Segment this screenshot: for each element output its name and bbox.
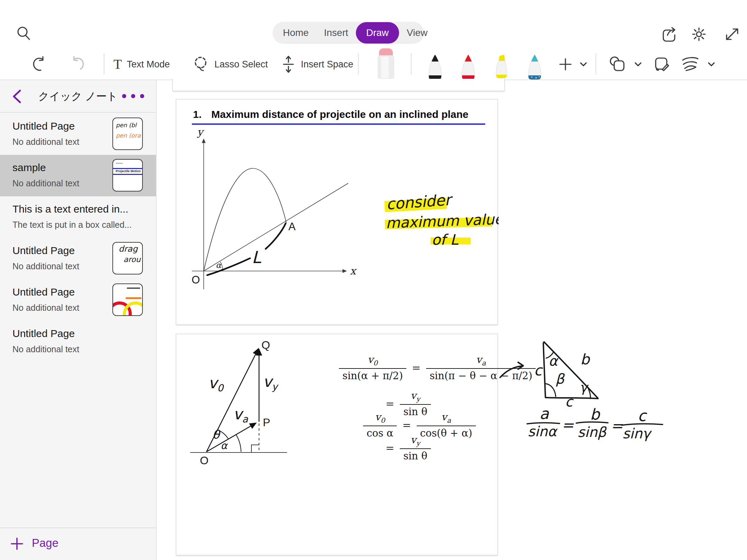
- search-icon[interactable]: [15, 25, 33, 42]
- origin-label: O: [192, 274, 200, 286]
- side-bottom: c: [565, 394, 574, 410]
- sine-rule-sinb: sinβ: [578, 424, 607, 440]
- page-thumbnail: pen (bl pen (ora: [112, 118, 143, 150]
- page-list-item[interactable]: This is a text entered in... The text is…: [0, 196, 156, 238]
- sine-rule-sina: sinα: [528, 423, 558, 439]
- page-list-item[interactable]: Untitled Page No additional text pen (bl…: [0, 113, 156, 155]
- origin-label: O: [200, 454, 209, 467]
- alpha-label: α: [216, 261, 222, 270]
- chevron-down-icon: [580, 62, 587, 67]
- lasso-select-button[interactable]: Lasso Select: [192, 48, 268, 80]
- lasso-icon: [192, 55, 210, 74]
- svg-text:=: =: [562, 417, 574, 433]
- annotation-line1: consider: [386, 191, 454, 213]
- point-a-label: A: [288, 221, 296, 233]
- sine-rule-c: c: [638, 407, 647, 424]
- v0-label: v0: [208, 374, 224, 394]
- pen-black[interactable]: [425, 54, 445, 80]
- heading-number: 1.: [193, 109, 202, 120]
- page-thumbnail: drag arou: [112, 242, 143, 274]
- page-list-sidebar: クイック ノート Untitled Page No additional tex…: [0, 80, 157, 560]
- va-label: va: [233, 405, 248, 425]
- x-axis-label: x: [350, 265, 357, 277]
- pen-red[interactable]: [458, 54, 479, 80]
- toolbar-divider: [104, 53, 104, 75]
- note-canvas[interactable]: 1. Maximum distance of projectile on an …: [157, 80, 747, 560]
- svg-text:=: =: [611, 417, 623, 434]
- topbar: Home Insert Draw View: [0, 0, 747, 48]
- tab-draw[interactable]: Draw: [356, 22, 399, 44]
- theta-label: θ: [212, 428, 221, 441]
- more-options-icon[interactable]: [121, 93, 146, 100]
- insert-space-icon: [281, 55, 296, 74]
- point-p-label: P: [263, 416, 270, 429]
- toolbar-divider: [358, 53, 359, 75]
- add-pen-button[interactable]: [558, 48, 587, 80]
- equation-1: v0sin(α + π/2) = vasin(π − θ − α − π/2): [339, 354, 536, 382]
- sine-rule-b: b: [590, 405, 600, 423]
- settings-gear-icon[interactable]: [690, 26, 708, 43]
- projectile-graph: y x O A α L consider maximum value of L: [176, 100, 499, 326]
- equation-4: = vysin θ: [386, 434, 431, 462]
- sidebar-header: クイック ノート: [0, 80, 156, 113]
- tab-insert[interactable]: Insert: [316, 22, 356, 44]
- annotation-line2: maximum value: [386, 211, 499, 232]
- onenote-app: Home Insert Draw View: [0, 0, 747, 560]
- alpha-label: α: [221, 440, 228, 451]
- content-box-partial[interactable]: [172, 79, 505, 91]
- point-q-label: Q: [261, 339, 270, 351]
- content-box-vectors[interactable]: Q P O v0 vy va θ α v0sin(α + π/2) = vasi…: [176, 334, 498, 556]
- scribble-icon: [680, 55, 701, 73]
- tab-home[interactable]: Home: [275, 22, 316, 44]
- pen-galaxy-teal[interactable]: [524, 54, 545, 80]
- sine-rule-a: a: [540, 405, 549, 422]
- fraction-bar: [576, 422, 608, 423]
- shapes-icon: [608, 55, 627, 73]
- share-icon[interactable]: [660, 26, 677, 43]
- heading-text: Maximum distance of projectile on an inc…: [211, 109, 468, 120]
- vy-label: vy: [263, 373, 279, 392]
- insert-space-button[interactable]: Insert Space: [281, 48, 353, 80]
- undo-button[interactable]: [30, 48, 48, 80]
- add-page-button[interactable]: Page: [0, 528, 156, 560]
- distance-l-label: L: [252, 248, 261, 267]
- toolbar-divider: [596, 53, 596, 75]
- chevron-down-icon: [708, 62, 715, 67]
- section-heading: 1. Maximum distance of projectile on an …: [193, 109, 469, 120]
- page-list: Untitled Page No additional text pen (bl…: [0, 113, 156, 362]
- page-thumbnail: [112, 283, 143, 316]
- side-b: b: [580, 351, 590, 368]
- expand-fullscreen-icon[interactable]: [723, 26, 741, 43]
- text-mode-button[interactable]: T Text Mode: [113, 48, 170, 80]
- tab-view[interactable]: View: [399, 22, 435, 44]
- page-list-item[interactable]: Untitled Page No additional text: [0, 279, 156, 321]
- angle-alpha: α: [548, 353, 559, 369]
- y-axis-label: y: [197, 126, 204, 138]
- annotation-line3: of L: [432, 231, 459, 248]
- plus-icon: [10, 537, 24, 550]
- fraction-bar: [622, 424, 663, 425]
- sine-rule-sing: sinγ: [622, 426, 652, 441]
- redo-button[interactable]: [69, 48, 87, 80]
- ink-annotate-button[interactable]: [653, 48, 671, 80]
- heading-underline: [192, 123, 485, 125]
- page-list-item-selected[interactable]: sample No additional text Projectile Mot…: [0, 155, 156, 196]
- highlighter-yellow[interactable]: [491, 54, 512, 80]
- page-list-item[interactable]: Untitled Page No additional text: [0, 321, 156, 362]
- toolbar-divider: [411, 53, 412, 75]
- content-box-projectile[interactable]: 1. Maximum distance of projectile on an …: [176, 99, 498, 325]
- chevron-down-icon: [634, 62, 642, 67]
- text-mode-icon: T: [113, 57, 122, 71]
- fraction-bar: [527, 423, 560, 424]
- handwritten-sine-rule: α β γ b c c a sinα = b sinβ = c sinγ: [498, 328, 692, 460]
- shapes-button[interactable]: [608, 48, 642, 80]
- angle-beta: β: [555, 371, 565, 387]
- page-thumbnail: Projectile Motion: [112, 159, 143, 192]
- ink-note-icon: [653, 55, 671, 73]
- eraser-tool[interactable]: [375, 48, 397, 80]
- ribbon-tabs: Home Insert Draw View: [273, 22, 424, 44]
- angle-gamma: γ: [580, 380, 589, 395]
- draw-toolbar: T Text Mode Lasso Select Insert Space: [0, 48, 747, 80]
- page-list-item[interactable]: Untitled Page No additional text drag ar…: [0, 238, 156, 279]
- ink-to-shape-button[interactable]: [680, 48, 715, 80]
